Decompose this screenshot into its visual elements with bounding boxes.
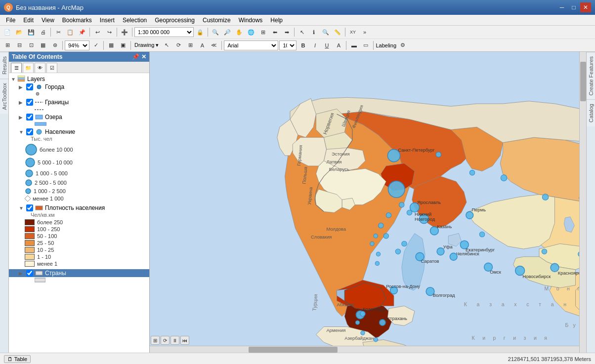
goroda-checkbox[interactable] [26, 83, 33, 90]
italic-button[interactable]: I [309, 40, 320, 50]
menu-windows[interactable]: Windows [235, 16, 267, 25]
tb2-btn2[interactable]: ⊟ [14, 40, 25, 50]
naselenie-icon [35, 128, 43, 135]
granicy-checkbox[interactable] [26, 99, 33, 106]
new-button[interactable]: 📄 [2, 27, 13, 37]
scroll-thumb-h[interactable] [249, 347, 338, 353]
drawing-label[interactable]: Drawing ▾ [134, 42, 159, 48]
draw-btn1[interactable]: ⟳ [173, 40, 184, 50]
layer-row-plotnost[interactable]: ▼ Плотность населения [9, 204, 149, 212]
map-nav-full-extent[interactable]: ⊞ [151, 336, 160, 345]
map-nav-pause[interactable]: ⏸ [170, 336, 179, 345]
zoom-apply[interactable]: ✓ [90, 40, 101, 50]
extent-button[interactable]: ⊞ [257, 27, 268, 37]
create-features-tab[interactable]: Create Features [587, 52, 595, 99]
results-tab[interactable]: Results [0, 52, 8, 79]
redo-button[interactable]: ↪ [104, 27, 115, 37]
layer-row-strany[interactable]: ▶ Страны [9, 269, 149, 277]
find-button[interactable]: 🔍 [320, 27, 331, 37]
map-area[interactable]: Санкт-Петербург Ярославль Нижний Новгоро… [150, 52, 586, 353]
line-color[interactable]: ▭ [360, 40, 371, 50]
save-button[interactable]: 💾 [26, 27, 37, 37]
map-scrollbar-h[interactable] [150, 346, 579, 353]
tb2-task-btn2[interactable]: ▣ [118, 40, 128, 50]
menu-bookmarks[interactable]: Bookmarks [58, 16, 96, 25]
tb2-btn3[interactable]: ⊡ [26, 40, 37, 50]
toc-tab-visibility[interactable]: 👁 [35, 63, 45, 73]
select-button[interactable]: ↖ [297, 27, 307, 37]
undo-button[interactable]: ↩ [92, 27, 103, 37]
menu-edit[interactable]: Edit [19, 16, 38, 25]
measure-button[interactable]: 📏 [332, 27, 343, 37]
paste-button[interactable]: 📌 [77, 27, 87, 37]
strany-checkbox[interactable] [26, 270, 33, 277]
pop-legend-2: 5 000 - 10 000 [9, 157, 149, 168]
toc-pin-button[interactable]: 📌 [132, 53, 139, 60]
tb2-btn4[interactable]: ▦ [38, 40, 48, 50]
svg-text:Ростов-на-Дону: Ростов-на-Дону [386, 283, 420, 289]
toc-tab-list[interactable]: ☰ [11, 63, 22, 73]
font-color[interactable]: A [333, 40, 344, 50]
close-button[interactable]: ✕ [580, 2, 591, 12]
fontsize-select[interactable]: 10 [279, 40, 297, 50]
forward-extent-button[interactable]: ➡ [281, 27, 292, 37]
menu-customize[interactable]: Customize [199, 16, 235, 25]
labeling-settings[interactable]: ⚙ [397, 40, 408, 50]
scale-select[interactable]: 1:30 000 000 [134, 27, 194, 37]
open-button[interactable]: 📂 [14, 27, 25, 37]
menu-selection[interactable]: Selection [119, 16, 151, 25]
draw-btn3[interactable]: ≪ [209, 40, 219, 50]
labeling-label: Labeling [376, 42, 396, 48]
back-extent-button[interactable]: ⬅ [269, 27, 280, 37]
toc-tab-selection[interactable]: ☑ [46, 63, 57, 73]
zoom-select[interactable]: 94% [65, 40, 89, 50]
tb2-btn1[interactable]: ⊞ [2, 40, 13, 50]
identify-button[interactable]: ℹ [308, 27, 319, 37]
catalog-tab[interactable]: Catalog [587, 99, 595, 126]
map-nav-rewind[interactable]: ⏮ [180, 336, 189, 345]
scale-lock[interactable]: 🔒 [195, 27, 206, 37]
cut-button[interactable]: ✂ [53, 27, 64, 37]
print-button[interactable]: 🖨 [38, 27, 48, 37]
more-tools[interactable]: » [359, 27, 370, 37]
menu-help[interactable]: Help [266, 16, 287, 25]
plotnost-checkbox[interactable] [26, 204, 33, 211]
zoom-out-button[interactable]: 🔎 [222, 27, 233, 37]
layer-row-naselenie[interactable]: ▼ Население [9, 128, 149, 136]
minimize-button[interactable]: ─ [556, 2, 567, 12]
map-scrollbar-v[interactable] [579, 52, 586, 353]
draw-text[interactable]: A [197, 40, 208, 50]
menu-file[interactable]: File [2, 16, 19, 25]
layers-group-row[interactable]: ▼ Layers [9, 75, 149, 83]
xy-button[interactable]: XY [347, 27, 358, 37]
toc-tab-source[interactable]: 📁 [23, 63, 34, 73]
bold-button[interactable]: B [298, 40, 308, 50]
arctoolbox-tab[interactable]: ArcToolbox [0, 79, 8, 114]
draw-cursor[interactable]: ↖ [161, 40, 172, 50]
layer-row-ozera[interactable]: ▶ Озера [9, 113, 149, 121]
fill-color[interactable]: ▬ [348, 40, 359, 50]
table-button[interactable]: 🗒 Table [4, 355, 31, 363]
menu-insert[interactable]: Insert [96, 16, 119, 25]
layer-row-goroda[interactable]: ▶ Города [9, 83, 149, 91]
pop-legend-6: менее 1 000 [9, 195, 149, 202]
ozera-checkbox[interactable] [26, 114, 33, 121]
underline-button[interactable]: U [321, 40, 332, 50]
tb2-btn5[interactable]: ⊛ [49, 40, 60, 50]
menu-geoprocessing[interactable]: Geoprocessing [151, 16, 199, 25]
scroll-thumb-v[interactable] [580, 62, 586, 101]
naselenie-checkbox[interactable] [26, 128, 33, 135]
map-nav-prev[interactable]: ⟳ [161, 336, 170, 345]
layer-row-granicy[interactable]: ▶ Границы [9, 98, 149, 106]
pan-button[interactable]: ✋ [234, 27, 245, 37]
menu-view[interactable]: View [38, 16, 58, 25]
draw-btn2[interactable]: ⊞ [185, 40, 196, 50]
add-data-button[interactable]: ➕ [119, 27, 130, 37]
maximize-button[interactable]: □ [568, 2, 579, 12]
font-select[interactable]: Arial [224, 40, 278, 50]
tb2-task-btn[interactable]: ▦ [106, 40, 117, 50]
zoom-in-button[interactable]: 🔍 [210, 27, 221, 37]
toc-close-button[interactable]: ✕ [141, 53, 146, 60]
copy-button[interactable]: 📋 [65, 27, 76, 37]
globe-button[interactable]: 🌐 [246, 27, 256, 37]
